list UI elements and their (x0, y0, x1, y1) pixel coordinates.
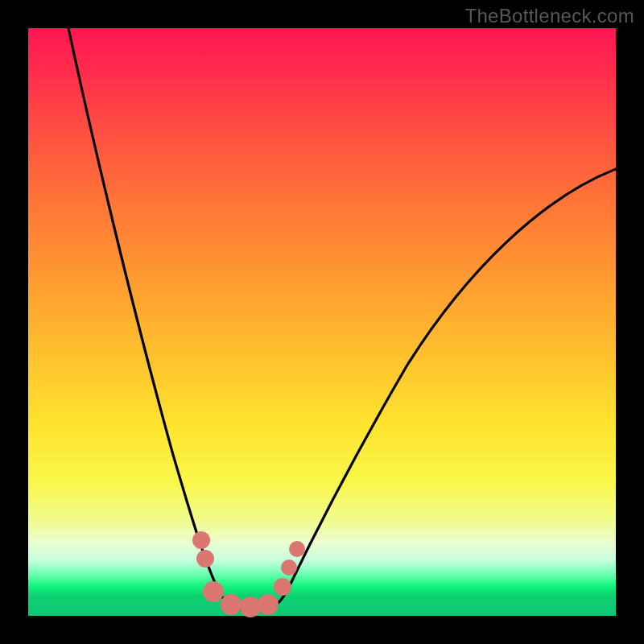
outer-frame: TheBottleneck.com (0, 0, 644, 644)
svg-point-3 (221, 594, 242, 615)
curve-layer (28, 28, 616, 616)
plot-area (28, 28, 616, 616)
svg-point-0 (192, 531, 210, 549)
svg-point-6 (274, 578, 291, 596)
svg-point-1 (196, 550, 214, 568)
svg-point-5 (258, 594, 279, 615)
svg-point-2 (203, 581, 224, 602)
watermark-text: TheBottleneck.com (464, 5, 634, 27)
bottleneck-curve (68, 28, 616, 609)
highlight-beads (192, 531, 305, 617)
svg-point-4 (240, 597, 261, 617)
svg-point-7 (281, 559, 297, 576)
svg-point-8 (289, 541, 305, 557)
